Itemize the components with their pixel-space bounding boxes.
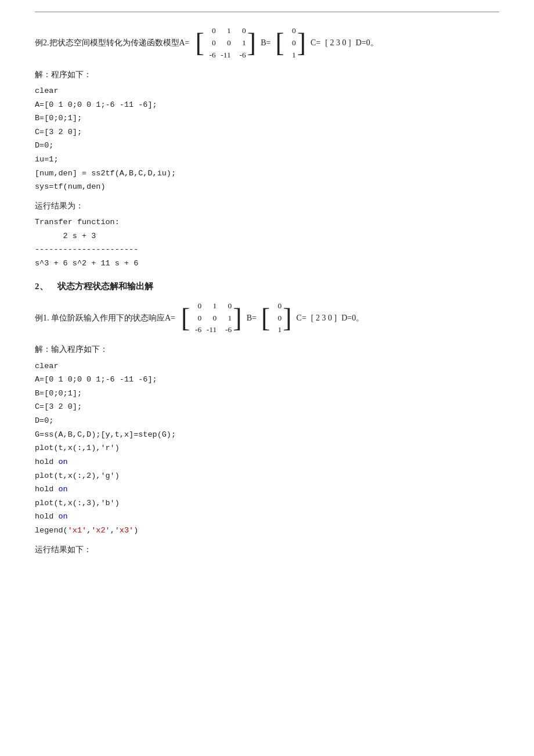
matrix-b2-row3: 1 — [271, 324, 282, 336]
example1-row: 例2.把状态空间模型转化为传递函数模型A= [ 0 1 0 0 0 1 -6 -… — [35, 25, 499, 62]
bracket-right-a2: ] — [233, 305, 241, 332]
matrix-c1-inline: [ 2 3 0 ] — [325, 36, 351, 50]
label-b1: B= — [261, 36, 270, 50]
run-result-label: 运行结果如下： — [35, 542, 499, 557]
section2-num: 2、 — [35, 281, 48, 292]
matrix-a-row1: 0 1 0 — [205, 25, 246, 37]
matrix-c2-inline: [ 2 3 0 ] — [311, 311, 337, 325]
matrix-b-row1: 0 — [286, 25, 296, 37]
bracket-left-b2: [ — [261, 305, 270, 332]
solution2-intro: 解：输入程序如下： — [35, 342, 499, 357]
matrix-a2-row2: 0 0 1 — [191, 312, 232, 325]
code-block-1: clear A=[0 1 0;0 0 1;-6 -11 -6]; B=[0;0;… — [35, 84, 499, 194]
matrix-b-row2: 0 — [286, 37, 296, 49]
section2-title: 状态方程状态解和输出解 — [57, 281, 153, 292]
matrix-b2-row1: 0 — [271, 300, 282, 312]
matrix-b2-body: 0 0 1 — [271, 300, 282, 337]
label-c2: C= — [297, 311, 306, 325]
matrix-a-body: 0 1 0 0 0 1 -6 -11 -6 — [205, 25, 246, 62]
matrix-a2-body: 0 1 0 0 0 1 -6 -11 -6 — [191, 300, 232, 337]
example2-section: 例1. 单位阶跃输入作用下的状态响应A= [ 0 1 0 0 0 1 -6 -1… — [35, 300, 499, 557]
matrix-b2-row2: 0 — [271, 312, 282, 325]
example1-section: 例2.把状态空间模型转化为传递函数模型A= [ 0 1 0 0 0 1 -6 -… — [35, 25, 499, 271]
matrix-b2-wrapper: [ 0 0 1 ] — [261, 300, 292, 337]
code-block-2: clear A=[0 1 0;0 0 1;-6 -11 -6]; B=[0;0;… — [35, 359, 499, 538]
example1-label: 例2.把状态空间模型转化为传递函数模型A= — [35, 36, 190, 50]
label-c1: C= — [311, 36, 320, 50]
example2-row: 例1. 单位阶跃输入作用下的状态响应A= [ 0 1 0 0 0 1 -6 -1… — [35, 300, 499, 337]
transfer-fn-block: Transfer function: 2 s + 3 -------------… — [35, 215, 499, 271]
top-divider — [35, 12, 499, 12]
matrix-a-row2: 0 0 1 — [205, 37, 246, 49]
bracket-left: [ — [196, 30, 204, 56]
label-b2: B= — [247, 311, 257, 325]
matrix-b-wrapper: [ 0 0 1 ] — [275, 25, 306, 62]
matrix-b-row3: 1 — [286, 49, 296, 62]
section2-heading: 2、 状态方程状态解和输出解 — [35, 281, 499, 292]
run-label-1: 运行结果为： — [35, 199, 499, 213]
matrix-b-body: 0 0 1 — [286, 25, 296, 62]
matrix-a2-row3: -6 -11 -6 — [191, 324, 232, 336]
matrix-a2-row1: 0 1 0 — [191, 300, 232, 312]
bracket-right-b: ] — [297, 30, 306, 56]
bracket-left-a2: [ — [181, 305, 190, 332]
label-d2: D=0。 — [341, 311, 364, 325]
solution1-intro: 解：程序如下： — [35, 67, 499, 82]
matrix-a-row3: -6 -11 -6 — [205, 49, 246, 62]
example2-label: 例1. 单位阶跃输入作用下的状态响应A= — [35, 311, 175, 325]
bracket-right: ] — [247, 30, 256, 56]
matrix-a2-wrapper: [ 0 1 0 0 0 1 -6 -11 -6 ] — [181, 300, 242, 337]
bracket-right-b2: ] — [283, 305, 291, 332]
bracket-left-b: [ — [275, 30, 284, 56]
matrix-a-wrapper: [ 0 1 0 0 0 1 -6 -11 -6 ] — [196, 25, 257, 62]
label-d1: D=0。 — [356, 36, 378, 50]
